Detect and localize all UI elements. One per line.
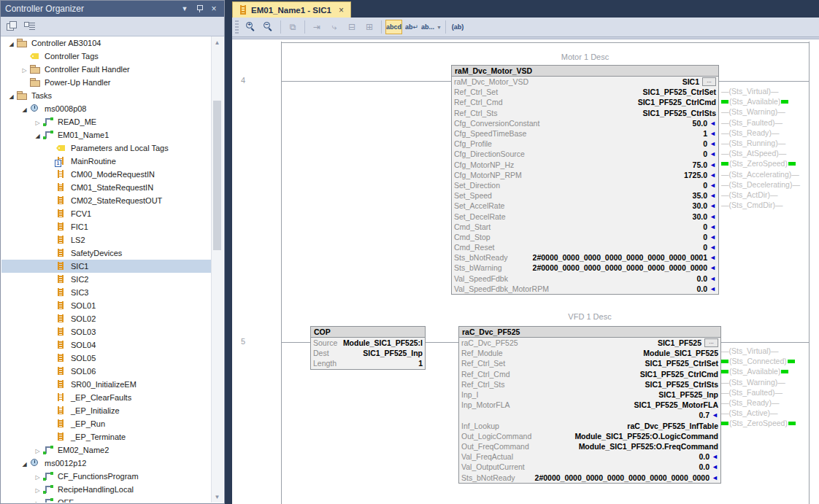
tree-expander-icon[interactable] <box>6 91 17 100</box>
status-coil[interactable]: —(Sts_Faulted)— <box>721 387 809 398</box>
tree-item[interactable]: SOL05 <box>1 352 213 365</box>
parameter-value[interactable]: SIC1_PF525_CtrlCmd <box>510 370 718 379</box>
tree-expander-icon[interactable] <box>32 117 43 126</box>
tree-item[interactable]: OFF <box>1 496 213 503</box>
parameter-value[interactable]: 0.7 <box>461 411 710 419</box>
tree-expander-icon[interactable] <box>32 485 43 494</box>
tree-item[interactable]: CM01_StateRequestIN <box>1 181 213 194</box>
tree-item[interactable]: LS2 <box>1 233 213 247</box>
status-coil[interactable]: —(Sts_Available)— <box>721 96 809 106</box>
status-coil[interactable]: —(Sts_Virtual)— <box>721 86 809 96</box>
property-pages-icon[interactable] <box>7 21 18 31</box>
parameter-value[interactable]: 0.0 <box>508 274 707 283</box>
word-wrap-button[interactable]: ab↵ <box>404 20 420 34</box>
status-coil[interactable]: —(Sts_Faulted)— <box>721 117 809 128</box>
parameter-value[interactable]: 50.0 <box>539 119 707 128</box>
rung-comment[interactable]: VFD 1 Desc <box>458 312 721 321</box>
parameter-value[interactable]: 75.0 <box>514 160 707 169</box>
parameter-value[interactable]: 35.0 <box>492 191 707 200</box>
tree-item[interactable]: Tasks <box>1 89 213 102</box>
parameter-value[interactable]: 0 <box>494 243 707 252</box>
parameter-value[interactable]: raC_Dvc_PF525_InfTable <box>499 422 718 430</box>
parameter-value[interactable]: 0 <box>500 181 707 190</box>
tree-expander-icon[interactable] <box>32 131 43 139</box>
status-coil[interactable]: —(Sts_AtSpeed)— <box>721 148 809 158</box>
rung-comment[interactable]: Motor 1 Desc <box>451 53 719 61</box>
instruction-block-cop[interactable]: COP Source Module_SIC1_PF525:I Dest SIC1… <box>310 326 426 370</box>
tree-expander-icon[interactable] <box>19 459 30 468</box>
tree-item[interactable]: Controller Tags <box>1 50 213 63</box>
rung-number[interactable]: 5 <box>241 337 245 346</box>
status-coil[interactable]: —(Sts_Ready)— <box>721 398 809 408</box>
tree-item[interactable]: SIC3 <box>1 286 213 299</box>
tab-close-icon[interactable]: × <box>339 5 344 15</box>
tree-expander-icon[interactable] <box>32 498 43 503</box>
branch-button[interactable]: ⤷ <box>326 20 342 34</box>
parameter-value[interactable]: SIC1_PF525_CtrlSet <box>498 88 716 96</box>
parameter-value[interactable]: SIC1_PF525_MotorFLA <box>510 400 718 409</box>
tree-item[interactable]: SIC2 <box>1 273 213 286</box>
parameter-value[interactable]: 2#0000_0000_0000_0000_0000_0000_0000_000… <box>502 263 707 272</box>
scroll-thumb[interactable] <box>213 101 221 250</box>
truncate-names-button[interactable]: ab...▼ <box>421 20 442 34</box>
parameter-value[interactable]: SIC1_PF525_CtrlCmd <box>503 98 716 106</box>
parameter-value[interactable]: Module_SIC1_PF525 <box>503 349 718 357</box>
parameter-value[interactable]: Module_SIC1_PF525:O.LogicCommand <box>531 432 718 441</box>
tree-item[interactable]: FCV1 <box>1 207 213 220</box>
status-coil[interactable]: —(Sts_Warning)— <box>721 106 809 117</box>
parameter-value[interactable]: 0 <box>525 150 707 158</box>
parameter-value[interactable]: SIC1 <box>528 77 699 86</box>
tree-item[interactable]: _EP_Initialize <box>1 404 213 417</box>
scroll-up-icon[interactable]: ▲ <box>212 36 223 48</box>
tree-expander-icon[interactable] <box>19 104 30 113</box>
show-descriptions-button[interactable]: abcd <box>385 20 402 34</box>
tree-item[interactable]: FIC1 <box>1 220 213 233</box>
zoom-out-button[interactable]: − <box>261 20 277 34</box>
parameter-value[interactable]: 0.0 <box>549 284 707 293</box>
status-coil[interactable]: —(Sts_Available)— <box>721 366 809 376</box>
parameter-value[interactable]: 30.0 <box>506 212 707 221</box>
parameter-value[interactable]: SIC1_PF525 <box>518 338 701 347</box>
parameter-value[interactable]: SIC1_PF525_CtrlSts <box>505 380 718 389</box>
tree-item[interactable]: EM01_Name1 <box>1 128 213 141</box>
panel-close-icon[interactable]: × <box>208 3 220 15</box>
tree-item[interactable]: EM02_Name2 <box>1 443 213 457</box>
parameter-value[interactable]: 0 <box>491 222 707 231</box>
parameter-value[interactable]: 1 <box>337 359 423 368</box>
toolbar-grip[interactable] <box>235 20 239 34</box>
parameter-value[interactable]: Module_SIC1_PF525:I <box>337 338 423 347</box>
tree-item[interactable]: READ_ME <box>1 115 213 128</box>
parameter-value[interactable]: 0 <box>491 233 707 241</box>
tree-item[interactable]: CM00_ModeRequestIN <box>1 168 213 181</box>
browse-button[interactable]: ... <box>704 338 718 347</box>
status-coil[interactable]: —(Sts_Active)— <box>721 408 809 418</box>
rung-number[interactable]: 4 <box>241 76 245 85</box>
edit-rung-button[interactable]: ⊞ <box>361 20 377 34</box>
tree-item[interactable]: Controller Fault Handler <box>1 63 213 76</box>
tree-item[interactable]: CM02_StateRequestOUT <box>1 194 213 207</box>
zoom-in-button[interactable]: + <box>243 20 259 34</box>
parameter-value[interactable]: SIC1_PF525_CtrlSts <box>498 109 716 117</box>
tree-item[interactable]: SOL03 <box>1 325 213 338</box>
parameter-value[interactable]: 0 <box>492 139 707 148</box>
browse-button[interactable]: ... <box>702 77 716 86</box>
tree-item[interactable]: _EP_ClearFaults <box>1 391 213 404</box>
tree-item[interactable]: ms0012p12 <box>1 457 213 470</box>
status-coil[interactable]: —(Sts_Decelerating)— <box>721 179 809 190</box>
tree-item[interactable]: RecipeHandlingLocal <box>1 483 213 496</box>
tree-expander-icon[interactable] <box>6 39 17 47</box>
tree-item[interactable]: _EP_Terminate <box>1 430 213 443</box>
scroll-down-icon[interactable]: ▼ <box>212 491 223 503</box>
tree-item[interactable]: SIC1 <box>1 260 213 273</box>
status-coil[interactable]: —(Sts_CmdDir)— <box>721 200 809 210</box>
panel-splitter[interactable] <box>225 0 232 504</box>
tree-item[interactable]: Controller AB30104 <box>1 36 213 50</box>
status-coil[interactable]: —(Sts_ZeroSpeed)— <box>721 418 809 428</box>
parameter-value[interactable]: 2#0000_0000_0000_0000_0000_0000_0000_000… <box>508 253 707 262</box>
panel-menu-chevron-icon[interactable]: ▼ <box>179 3 191 15</box>
instruction-block-rac-dvc-pf525[interactable]: raC_Dvc_PF525 raC_Dvc_PF525 SIC1_PF525 .… <box>458 326 721 484</box>
parameter-value[interactable]: SIC1_PF525_Inp <box>329 349 423 357</box>
tree-item[interactable]: SR00_InitializeEM <box>1 378 213 391</box>
status-coil[interactable]: —(Sts_ActDir)— <box>721 190 809 200</box>
status-coil[interactable]: —(Sts_Ready)— <box>721 128 809 138</box>
